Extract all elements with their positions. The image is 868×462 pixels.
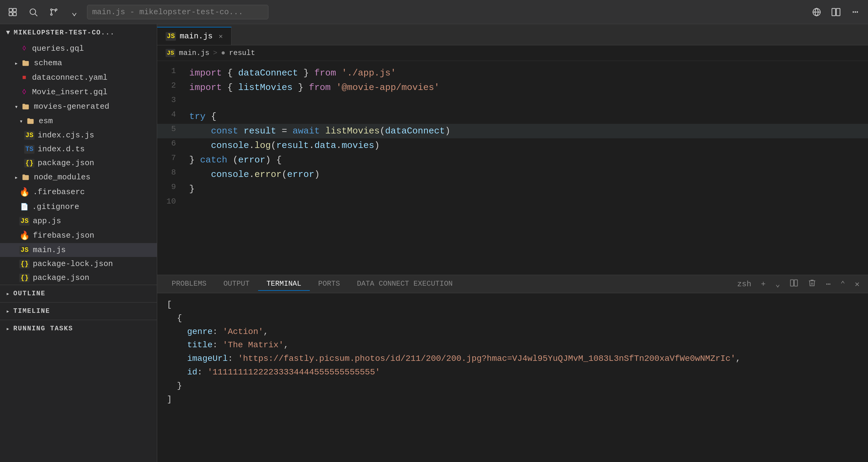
sidebar-item-index-d-ts[interactable]: TS index.d.ts bbox=[0, 142, 157, 156]
svg-rect-12 bbox=[836, 8, 840, 16]
terminal-tabs: PROBLEMS OUTPUT TERMINAL PORTS DATA CONN… bbox=[157, 275, 868, 293]
terminal-split-icon[interactable] bbox=[787, 277, 801, 291]
chevron-down-icon[interactable]: ⌄ bbox=[68, 5, 81, 19]
breadcrumb-file[interactable]: main.js bbox=[179, 49, 210, 57]
terminal-line-6: id: '11111111222233334444555555555555' bbox=[167, 366, 858, 379]
svg-point-8 bbox=[51, 13, 52, 15]
sidebar-item-label: queries.gql bbox=[32, 44, 84, 53]
sidebar-item-queries-gql[interactable]: ◊ queries.gql bbox=[0, 41, 157, 56]
folder-open-icon bbox=[21, 102, 31, 111]
sidebar-item-gitignore[interactable]: 📄 .gitignore bbox=[0, 200, 157, 214]
terminal-trash-icon[interactable] bbox=[805, 277, 819, 291]
json-icon: {} bbox=[24, 159, 34, 168]
code-line-2: 2 import { listMovies } from '@movie-app… bbox=[157, 80, 868, 95]
sidebar-item-label: Movie_insert.gql bbox=[32, 88, 107, 97]
search-icon[interactable] bbox=[27, 5, 40, 19]
sidebar-item-firebaserc[interactable]: 🔥 .firebaserc bbox=[0, 185, 157, 200]
tab-data-connect-label: DATA CONNECT EXECUTION bbox=[357, 279, 453, 288]
sidebar-item-label: dataconnect.yaml bbox=[32, 73, 107, 82]
sidebar-item-main-js[interactable]: JS main.js bbox=[0, 243, 157, 257]
code-line-8: 8 console.error(error) bbox=[157, 167, 868, 182]
terminal-new-icon[interactable]: + bbox=[758, 278, 768, 290]
line-content-3 bbox=[184, 95, 868, 109]
outline-header[interactable]: ▸ OUTLINE bbox=[0, 285, 157, 302]
sidebar-item-dataconnect-yaml[interactable]: ■ dataconnect.yaml bbox=[0, 70, 157, 85]
line-content-9: } bbox=[184, 182, 868, 196]
tab-main-js[interactable]: JS main.js ✕ bbox=[157, 27, 231, 45]
gql-icon: ◊ bbox=[19, 44, 29, 54]
sidebar-item-label: schema bbox=[34, 59, 62, 68]
sidebar-collapse-icon: ▼ bbox=[6, 29, 10, 37]
line-number-2: 2 bbox=[157, 80, 184, 90]
sidebar-item-app-js[interactable]: JS app.js bbox=[0, 214, 157, 228]
split-editor-icon[interactable] bbox=[829, 5, 843, 19]
line-content-4: try { bbox=[184, 109, 868, 124]
explorer-icon[interactable] bbox=[6, 5, 19, 19]
js-icon: JS bbox=[24, 131, 34, 140]
sidebar-item-label: index.d.ts bbox=[37, 145, 85, 154]
chevron-right-icon: ▸ bbox=[14, 60, 18, 67]
more-icon[interactable]: ⋯ bbox=[849, 5, 862, 19]
sidebar-item-label: package.json bbox=[33, 273, 89, 282]
firebase-icon: 🔥 bbox=[19, 230, 30, 241]
svg-rect-13 bbox=[790, 279, 794, 286]
line-content-2: import { listMovies } from '@movie-app/m… bbox=[184, 80, 868, 95]
sidebar-item-index-cjs-js[interactable]: JS index.cjs.js bbox=[0, 128, 157, 142]
outline-section: ▸ OUTLINE bbox=[0, 285, 157, 302]
terminal-line-4: title: 'The Matrix', bbox=[167, 338, 858, 352]
terminal-line-1: [ bbox=[167, 298, 858, 311]
sidebar-item-movie-insert-gql[interactable]: ◊ Movie_insert.gql bbox=[0, 85, 157, 99]
file-icon: 📄 bbox=[19, 202, 29, 212]
search-bar[interactable]: main.js - mikelopster-test-co... bbox=[87, 5, 268, 19]
sidebar-item-movies-generated[interactable]: ▾ movies-generated bbox=[0, 99, 157, 114]
breadcrumb-symbol[interactable]: result bbox=[229, 49, 255, 57]
tab-output[interactable]: OUTPUT bbox=[215, 277, 258, 291]
tab-ports[interactable]: PORTS bbox=[310, 277, 348, 291]
terminal-line-2: { bbox=[167, 311, 858, 325]
line-content-1: import { dataConnect } from './app.js' bbox=[184, 66, 868, 80]
tab-ports-label: PORTS bbox=[318, 279, 340, 288]
remote-icon[interactable] bbox=[810, 5, 823, 19]
sidebar-project-header[interactable]: ▼ MIKELOPSTER-TEST-CO... bbox=[0, 24, 157, 41]
terminal-content[interactable]: [ { genre: 'Action', title: 'The Matrix'… bbox=[157, 293, 868, 462]
ts-icon: TS bbox=[24, 145, 34, 154]
editor-area: JS main.js ✕ JS main.js > ● result 1 imp… bbox=[157, 24, 868, 462]
line-number-5: 5 bbox=[157, 124, 184, 133]
sidebar-item-firebase-json[interactable]: 🔥 firebase.json bbox=[0, 228, 157, 243]
sidebar-item-package-json-outer[interactable]: {} package.json bbox=[0, 271, 157, 285]
line-number-1: 1 bbox=[157, 66, 184, 75]
terminal-close-icon[interactable]: ✕ bbox=[852, 278, 862, 290]
sidebar-item-label: esm bbox=[39, 117, 53, 126]
svg-point-7 bbox=[55, 9, 57, 10]
code-line-5: 5 const result = await listMovies(dataCo… bbox=[157, 124, 868, 138]
breadcrumb: JS main.js > ● result bbox=[157, 45, 868, 61]
search-bar-text: main.js - mikelopster-test-co... bbox=[92, 7, 243, 16]
json-icon: {} bbox=[19, 260, 30, 268]
tab-terminal[interactable]: TERMINAL bbox=[258, 277, 310, 291]
sidebar-item-schema[interactable]: ▸ schema bbox=[0, 56, 157, 70]
timeline-section: ▸ TIMELINE bbox=[0, 302, 157, 320]
line-number-10: 10 bbox=[157, 196, 184, 206]
tab-data-connect-execution[interactable]: DATA CONNECT EXECUTION bbox=[348, 277, 461, 291]
tab-close-button[interactable]: ✕ bbox=[219, 32, 223, 40]
sidebar-item-node-modules[interactable]: ▸ node_modules bbox=[0, 170, 157, 185]
line-content-7: } catch (error) { bbox=[184, 153, 868, 167]
tab-problems[interactable]: PROBLEMS bbox=[163, 277, 215, 291]
terminal-chevron-down-icon[interactable]: ⌄ bbox=[773, 278, 782, 290]
sidebar-item-label: .firebaserc bbox=[33, 188, 85, 197]
terminal-collapse-icon[interactable]: ⌃ bbox=[838, 278, 848, 290]
code-editor[interactable]: 1 import { dataConnect } from './app.js'… bbox=[157, 61, 868, 275]
timeline-header[interactable]: ▸ TIMELINE bbox=[0, 303, 157, 320]
top-bar-right: ⋯ bbox=[810, 5, 862, 19]
line-number-7: 7 bbox=[157, 153, 184, 162]
svg-rect-1 bbox=[13, 8, 16, 12]
line-number-4: 4 bbox=[157, 109, 184, 119]
terminal-more-icon[interactable]: ⋯ bbox=[824, 278, 833, 290]
sidebar-item-package-lock-json[interactable]: {} package-lock.json bbox=[0, 257, 157, 271]
source-control-icon[interactable] bbox=[47, 5, 60, 19]
timeline-label: TIMELINE bbox=[13, 307, 50, 315]
sidebar-item-package-json-inner[interactable]: {} package.json bbox=[0, 156, 157, 170]
terminal-line-5: imageUrl: 'https://fastly.picsum.photos/… bbox=[167, 352, 858, 366]
sidebar-item-esm[interactable]: ▾ esm bbox=[0, 114, 157, 128]
running-tasks-header[interactable]: ▸ RUNNING TASKS bbox=[0, 320, 157, 337]
